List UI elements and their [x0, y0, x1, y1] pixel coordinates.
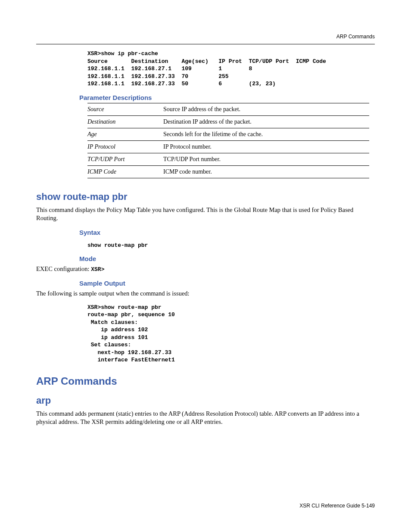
param-desc: Seconds left for the lifetime of the cac… — [163, 128, 369, 140]
param-desc: IP Protocol number. — [163, 140, 369, 153]
sample-intro: The following is sample output when the … — [36, 289, 375, 298]
param-desc-heading: Parameter Descriptions — [79, 94, 375, 101]
param-name: TCP/UDP Port — [87, 153, 163, 165]
arp-cmd-heading: arp — [36, 395, 375, 406]
param-name: Source — [87, 103, 163, 115]
arp-description: This command adds permanent (static) ent… — [36, 410, 375, 426]
table-row: IP Protocol IP Protocol number. — [87, 140, 369, 153]
arp-commands-heading: ARP Commands — [36, 375, 375, 387]
page-content: XSR>show ip pbr-cache Source Destination… — [36, 50, 375, 426]
page: ARP Commands XSR>show ip pbr-cache Sourc… — [0, 0, 411, 532]
param-name: Age — [87, 128, 163, 140]
param-desc: Destination IP address of the packet. — [163, 115, 369, 128]
sample-output-heading: Sample Output — [79, 280, 375, 287]
mode-prompt: XSR> — [91, 266, 104, 273]
show-route-map-heading: show route-map pbr — [36, 191, 375, 202]
header-rule — [36, 44, 375, 44]
mode-prefix: EXEC configuration: — [36, 265, 91, 272]
param-desc: TCP/UDP Port number. — [163, 153, 369, 165]
parameter-table: Source Source IP address of the packet. … — [87, 103, 369, 178]
syntax-command: show route-map pbr — [87, 242, 375, 249]
routemap-description: This command displays the Policy Map Tab… — [36, 206, 375, 223]
routemap-sample-output: XSR>show route-map pbr route-map pbr, se… — [87, 304, 375, 364]
param-desc: Source IP address of the packet. — [163, 103, 369, 115]
param-desc: ICMP code number. — [163, 165, 369, 178]
table-row: TCP/UDP Port TCP/UDP Port number. — [87, 153, 369, 165]
table-row: Source Source IP address of the packet. — [87, 103, 369, 115]
table-row: Age Seconds left for the lifetime of the… — [87, 128, 369, 140]
param-name: Destination — [87, 115, 163, 128]
running-header: ARP Commands — [336, 34, 375, 40]
table-row: Destination Destination IP address of th… — [87, 115, 369, 128]
pbr-cache-output: XSR>show ip pbr-cache Source Destination… — [87, 50, 375, 88]
page-footer: XSR CLI Reference Guide 5-149 — [299, 503, 375, 509]
table-row: ICMP Code ICMP code number. — [87, 165, 369, 178]
syntax-heading: Syntax — [79, 229, 375, 236]
param-name: ICMP Code — [87, 165, 163, 178]
mode-heading: Mode — [79, 255, 375, 262]
param-name: IP Protocol — [87, 140, 163, 153]
mode-text: EXEC configuration: XSR> — [36, 265, 375, 274]
